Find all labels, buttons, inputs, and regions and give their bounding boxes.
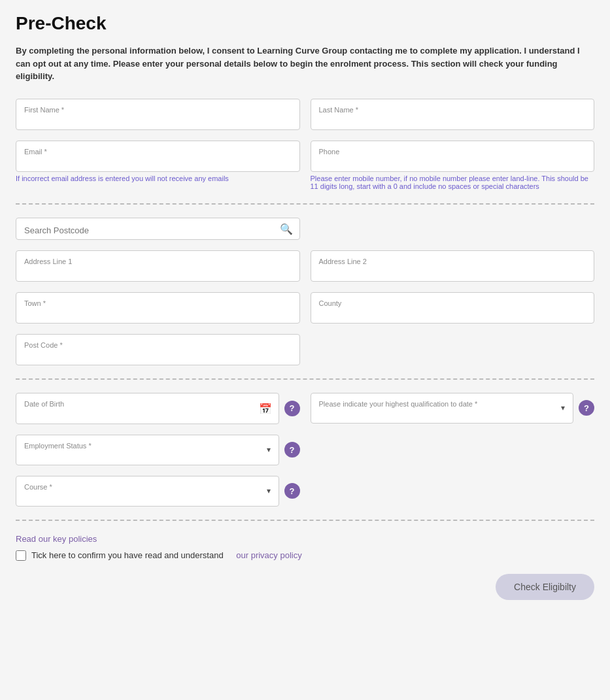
address-line-2-input[interactable]: [319, 267, 586, 277]
course-with-icon: Course * ▾ ?: [16, 476, 300, 507]
dob-label: Date of Birth: [24, 400, 252, 408]
consent-text: By completing the personal information b…: [16, 44, 594, 83]
postcode-search-field: 🔍: [16, 218, 300, 240]
employment-col: Employment Status * ▾ ?: [16, 435, 300, 465]
email-hint: If incorrect email address is entered yo…: [16, 175, 300, 182]
postcode-col: Post Code *: [16, 334, 300, 365]
divider-2: [16, 378, 594, 380]
town-field: Town *: [16, 292, 300, 324]
county-field: County: [311, 292, 595, 324]
privacy-policy-link[interactable]: our privacy policy: [236, 550, 301, 560]
qualification-label: Please indicate your highest qualificati…: [319, 400, 547, 408]
calendar-button[interactable]: 📅: [259, 402, 272, 414]
divider-3: [16, 520, 594, 521]
privacy-checkbox-label-before: Tick here to confirm you have read and u…: [31, 550, 224, 560]
address-line-1-label: Address Line 1: [24, 258, 292, 265]
footer-row: Check Eligibilty: [16, 574, 594, 600]
employment-label: Employment Status *: [24, 442, 252, 450]
qualification-col: Please indicate your highest qualificati…: [311, 393, 595, 424]
check-eligibility-button[interactable]: Check Eligibilty: [496, 574, 594, 600]
course-row: Course * ▾ ?: [16, 476, 594, 507]
privacy-checkbox-row: Tick here to confirm you have read and u…: [16, 550, 594, 561]
chevron-down-icon-employment: ▾: [267, 445, 271, 454]
last-name-field: Last Name *: [311, 99, 595, 130]
county-col: County: [311, 292, 595, 324]
first-name-field: First Name *: [16, 99, 300, 130]
qualification-select[interactable]: [319, 409, 547, 419]
dob-col: Date of Birth 📅 ?: [16, 393, 300, 424]
email-field: Email *: [16, 141, 300, 172]
additional-info-section: Date of Birth 📅 ? Please indicate your h…: [16, 393, 594, 507]
phone-input[interactable]: [319, 158, 586, 167]
phone-hint: Please enter mobile number, if no mobile…: [311, 175, 595, 190]
course-label: Course *: [24, 483, 252, 491]
address-lines-row: Address Line 1 Address Line 2: [16, 250, 594, 282]
qualification-help-icon[interactable]: ?: [579, 400, 594, 416]
chevron-down-icon: ▾: [561, 403, 565, 412]
address-line-2-field: Address Line 2: [311, 250, 595, 282]
post-code-input[interactable]: [24, 351, 292, 361]
email-label: Email *: [24, 148, 292, 156]
read-policies-link[interactable]: Read our key policies: [16, 534, 594, 544]
calendar-icon: 📅: [259, 403, 272, 414]
postcode-search-input[interactable]: [24, 225, 273, 235]
chevron-down-icon-course: ▾: [267, 486, 271, 495]
course-help-icon[interactable]: ?: [284, 483, 300, 499]
postcode-row: Post Code *: [16, 334, 594, 365]
town-col: Town *: [16, 292, 300, 324]
address-line-1-col: Address Line 1: [16, 250, 300, 282]
employment-select[interactable]: [24, 451, 252, 461]
postcode-search-row: 🔍: [16, 218, 594, 240]
dob-input[interactable]: [24, 410, 252, 420]
employment-field: Employment Status * ▾: [16, 435, 279, 465]
county-label: County: [319, 299, 586, 307]
dob-field: Date of Birth 📅: [16, 393, 279, 424]
personal-info-section: First Name * Last Name * Email * If inco…: [16, 99, 594, 190]
name-row: First Name * Last Name *: [16, 99, 594, 130]
address-section: 🔍 Address Line 1 Address Line 2 Town *: [16, 218, 594, 365]
town-county-row: Town * County: [16, 292, 594, 324]
employment-with-icon: Employment Status * ▾ ?: [16, 435, 300, 465]
dob-qualification-row: Date of Birth 📅 ? Please indicate your h…: [16, 393, 594, 424]
last-name-input[interactable]: [319, 116, 586, 125]
email-input[interactable]: [24, 158, 292, 167]
county-input[interactable]: [319, 309, 586, 319]
contact-row: Email * If incorrect email address is en…: [16, 141, 594, 190]
postcode-search-col: 🔍: [16, 218, 300, 240]
address-line-1-input[interactable]: [24, 267, 292, 277]
employment-row: Employment Status * ▾ ?: [16, 435, 594, 465]
email-col: Email * If incorrect email address is en…: [16, 141, 300, 190]
first-name-col: First Name *: [16, 99, 300, 130]
search-icon: 🔍: [280, 223, 293, 234]
course-select[interactable]: [24, 492, 252, 502]
last-name-col: Last Name *: [311, 99, 595, 130]
course-field: Course * ▾: [16, 476, 279, 507]
town-input[interactable]: [24, 309, 292, 319]
last-name-label: Last Name *: [319, 106, 586, 114]
policies-section: Read our key policies Tick here to confi…: [16, 534, 594, 561]
postcode-search-button[interactable]: 🔍: [280, 222, 293, 235]
post-code-label: Post Code *: [24, 341, 292, 349]
phone-field: Phone: [311, 141, 595, 172]
course-col: Course * ▾ ?: [16, 476, 300, 507]
qualification-field: Please indicate your highest qualificati…: [311, 393, 574, 424]
divider-1: [16, 203, 594, 205]
employment-help-icon[interactable]: ?: [284, 442, 300, 458]
town-label: Town *: [24, 299, 292, 307]
dob-help-icon[interactable]: ?: [284, 401, 300, 416]
phone-label: Phone: [319, 148, 586, 156]
dob-with-icon: Date of Birth 📅 ?: [16, 393, 300, 424]
privacy-checkbox[interactable]: [16, 550, 26, 561]
first-name-label: First Name *: [24, 106, 292, 114]
post-code-field: Post Code *: [16, 334, 300, 365]
qualification-with-icon: Please indicate your highest qualificati…: [311, 393, 595, 424]
first-name-input[interactable]: [24, 116, 292, 125]
phone-col: Phone Please enter mobile number, if no …: [311, 141, 595, 190]
address-line-1-field: Address Line 1: [16, 250, 300, 282]
page-title: Pre-Check: [16, 13, 594, 34]
address-line-2-label: Address Line 2: [319, 258, 586, 265]
address-line-2-col: Address Line 2: [311, 250, 595, 282]
